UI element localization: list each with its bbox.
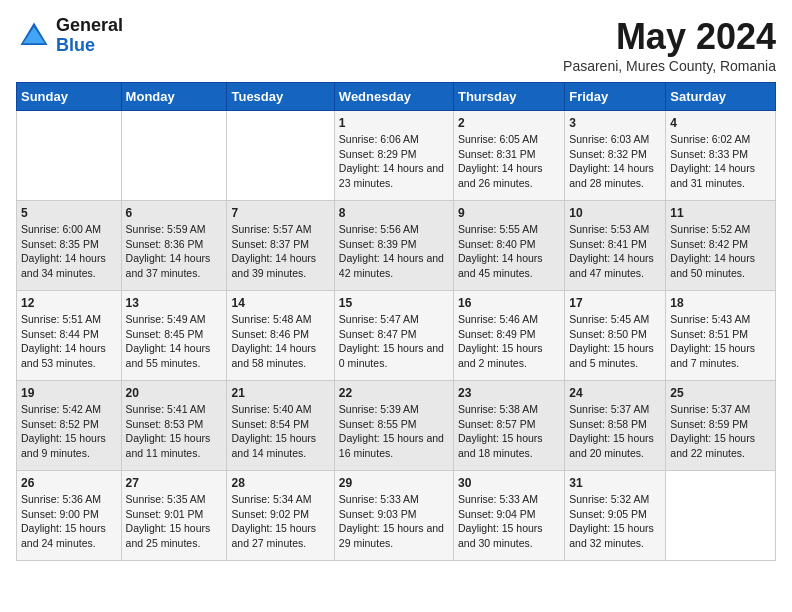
calendar-cell: 31Sunrise: 5:32 AM Sunset: 9:05 PM Dayli…	[565, 471, 666, 561]
calendar-cell: 28Sunrise: 5:34 AM Sunset: 9:02 PM Dayli…	[227, 471, 334, 561]
day-info: Sunrise: 5:39 AM Sunset: 8:55 PM Dayligh…	[339, 402, 449, 461]
calendar-cell: 4Sunrise: 6:02 AM Sunset: 8:33 PM Daylig…	[666, 111, 776, 201]
day-number: 28	[231, 476, 329, 490]
day-number: 9	[458, 206, 560, 220]
calendar-cell: 10Sunrise: 5:53 AM Sunset: 8:41 PM Dayli…	[565, 201, 666, 291]
day-info: Sunrise: 6:05 AM Sunset: 8:31 PM Dayligh…	[458, 132, 560, 191]
calendar-cell: 12Sunrise: 5:51 AM Sunset: 8:44 PM Dayli…	[17, 291, 122, 381]
calendar-header: SundayMondayTuesdayWednesdayThursdayFrid…	[17, 83, 776, 111]
page-header: General Blue May 2024 Pasareni, Mures Co…	[16, 16, 776, 74]
calendar-cell: 20Sunrise: 5:41 AM Sunset: 8:53 PM Dayli…	[121, 381, 227, 471]
day-info: Sunrise: 5:43 AM Sunset: 8:51 PM Dayligh…	[670, 312, 771, 371]
calendar-cell: 22Sunrise: 5:39 AM Sunset: 8:55 PM Dayli…	[334, 381, 453, 471]
calendar-cell	[121, 111, 227, 201]
day-number: 23	[458, 386, 560, 400]
day-number: 19	[21, 386, 117, 400]
calendar-cell: 13Sunrise: 5:49 AM Sunset: 8:45 PM Dayli…	[121, 291, 227, 381]
calendar-cell: 15Sunrise: 5:47 AM Sunset: 8:47 PM Dayli…	[334, 291, 453, 381]
logo-text: General Blue	[56, 16, 123, 56]
day-of-week-header: Thursday	[453, 83, 564, 111]
calendar-cell: 14Sunrise: 5:48 AM Sunset: 8:46 PM Dayli…	[227, 291, 334, 381]
day-info: Sunrise: 5:49 AM Sunset: 8:45 PM Dayligh…	[126, 312, 223, 371]
day-info: Sunrise: 6:06 AM Sunset: 8:29 PM Dayligh…	[339, 132, 449, 191]
day-info: Sunrise: 5:53 AM Sunset: 8:41 PM Dayligh…	[569, 222, 661, 281]
calendar-cell: 5Sunrise: 6:00 AM Sunset: 8:35 PM Daylig…	[17, 201, 122, 291]
calendar-cell: 16Sunrise: 5:46 AM Sunset: 8:49 PM Dayli…	[453, 291, 564, 381]
calendar-cell: 18Sunrise: 5:43 AM Sunset: 8:51 PM Dayli…	[666, 291, 776, 381]
day-info: Sunrise: 5:45 AM Sunset: 8:50 PM Dayligh…	[569, 312, 661, 371]
calendar-week-row: 26Sunrise: 5:36 AM Sunset: 9:00 PM Dayli…	[17, 471, 776, 561]
day-info: Sunrise: 5:34 AM Sunset: 9:02 PM Dayligh…	[231, 492, 329, 551]
calendar-cell: 6Sunrise: 5:59 AM Sunset: 8:36 PM Daylig…	[121, 201, 227, 291]
calendar-cell	[666, 471, 776, 561]
day-info: Sunrise: 5:56 AM Sunset: 8:39 PM Dayligh…	[339, 222, 449, 281]
day-number: 10	[569, 206, 661, 220]
day-number: 30	[458, 476, 560, 490]
header-row: SundayMondayTuesdayWednesdayThursdayFrid…	[17, 83, 776, 111]
calendar-cell: 30Sunrise: 5:33 AM Sunset: 9:04 PM Dayli…	[453, 471, 564, 561]
month-title: May 2024	[563, 16, 776, 58]
day-number: 7	[231, 206, 329, 220]
location: Pasareni, Mures County, Romania	[563, 58, 776, 74]
day-number: 25	[670, 386, 771, 400]
day-of-week-header: Friday	[565, 83, 666, 111]
calendar-body: 1Sunrise: 6:06 AM Sunset: 8:29 PM Daylig…	[17, 111, 776, 561]
logo-general-text: General	[56, 16, 123, 36]
logo: General Blue	[16, 16, 123, 56]
calendar-cell: 9Sunrise: 5:55 AM Sunset: 8:40 PM Daylig…	[453, 201, 564, 291]
day-number: 5	[21, 206, 117, 220]
day-number: 31	[569, 476, 661, 490]
day-info: Sunrise: 5:51 AM Sunset: 8:44 PM Dayligh…	[21, 312, 117, 371]
calendar-cell: 7Sunrise: 5:57 AM Sunset: 8:37 PM Daylig…	[227, 201, 334, 291]
calendar-cell: 3Sunrise: 6:03 AM Sunset: 8:32 PM Daylig…	[565, 111, 666, 201]
calendar-cell: 24Sunrise: 5:37 AM Sunset: 8:58 PM Dayli…	[565, 381, 666, 471]
calendar-week-row: 1Sunrise: 6:06 AM Sunset: 8:29 PM Daylig…	[17, 111, 776, 201]
day-of-week-header: Saturday	[666, 83, 776, 111]
calendar-cell	[227, 111, 334, 201]
day-info: Sunrise: 6:03 AM Sunset: 8:32 PM Dayligh…	[569, 132, 661, 191]
day-number: 12	[21, 296, 117, 310]
day-info: Sunrise: 5:59 AM Sunset: 8:36 PM Dayligh…	[126, 222, 223, 281]
day-info: Sunrise: 5:42 AM Sunset: 8:52 PM Dayligh…	[21, 402, 117, 461]
day-info: Sunrise: 5:33 AM Sunset: 9:03 PM Dayligh…	[339, 492, 449, 551]
day-number: 24	[569, 386, 661, 400]
calendar-cell: 25Sunrise: 5:37 AM Sunset: 8:59 PM Dayli…	[666, 381, 776, 471]
calendar-cell: 29Sunrise: 5:33 AM Sunset: 9:03 PM Dayli…	[334, 471, 453, 561]
calendar-cell	[17, 111, 122, 201]
day-of-week-header: Wednesday	[334, 83, 453, 111]
logo-icon	[16, 18, 52, 54]
calendar-cell: 11Sunrise: 5:52 AM Sunset: 8:42 PM Dayli…	[666, 201, 776, 291]
calendar-cell: 23Sunrise: 5:38 AM Sunset: 8:57 PM Dayli…	[453, 381, 564, 471]
day-number: 4	[670, 116, 771, 130]
day-number: 26	[21, 476, 117, 490]
calendar-week-row: 5Sunrise: 6:00 AM Sunset: 8:35 PM Daylig…	[17, 201, 776, 291]
day-number: 14	[231, 296, 329, 310]
day-info: Sunrise: 5:32 AM Sunset: 9:05 PM Dayligh…	[569, 492, 661, 551]
day-number: 1	[339, 116, 449, 130]
day-info: Sunrise: 5:37 AM Sunset: 8:58 PM Dayligh…	[569, 402, 661, 461]
day-info: Sunrise: 6:00 AM Sunset: 8:35 PM Dayligh…	[21, 222, 117, 281]
day-number: 27	[126, 476, 223, 490]
day-number: 17	[569, 296, 661, 310]
calendar-cell: 17Sunrise: 5:45 AM Sunset: 8:50 PM Dayli…	[565, 291, 666, 381]
day-number: 11	[670, 206, 771, 220]
day-info: Sunrise: 5:55 AM Sunset: 8:40 PM Dayligh…	[458, 222, 560, 281]
day-of-week-header: Tuesday	[227, 83, 334, 111]
day-number: 29	[339, 476, 449, 490]
day-info: Sunrise: 5:41 AM Sunset: 8:53 PM Dayligh…	[126, 402, 223, 461]
day-number: 6	[126, 206, 223, 220]
calendar-cell: 8Sunrise: 5:56 AM Sunset: 8:39 PM Daylig…	[334, 201, 453, 291]
day-info: Sunrise: 5:36 AM Sunset: 9:00 PM Dayligh…	[21, 492, 117, 551]
day-info: Sunrise: 5:33 AM Sunset: 9:04 PM Dayligh…	[458, 492, 560, 551]
calendar-cell: 2Sunrise: 6:05 AM Sunset: 8:31 PM Daylig…	[453, 111, 564, 201]
calendar-week-row: 12Sunrise: 5:51 AM Sunset: 8:44 PM Dayli…	[17, 291, 776, 381]
day-number: 15	[339, 296, 449, 310]
day-info: Sunrise: 6:02 AM Sunset: 8:33 PM Dayligh…	[670, 132, 771, 191]
day-of-week-header: Monday	[121, 83, 227, 111]
day-number: 20	[126, 386, 223, 400]
calendar-cell: 21Sunrise: 5:40 AM Sunset: 8:54 PM Dayli…	[227, 381, 334, 471]
day-number: 22	[339, 386, 449, 400]
day-of-week-header: Sunday	[17, 83, 122, 111]
day-info: Sunrise: 5:40 AM Sunset: 8:54 PM Dayligh…	[231, 402, 329, 461]
day-number: 21	[231, 386, 329, 400]
